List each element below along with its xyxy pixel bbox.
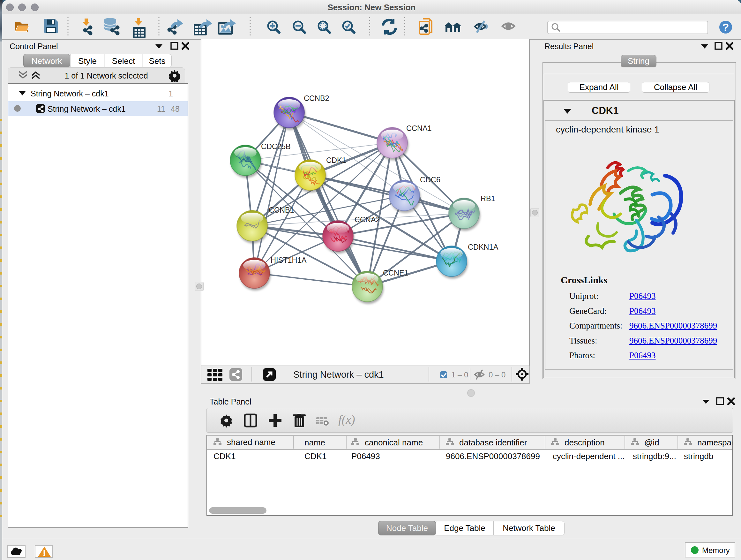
svg-text:HIST1H1A: HIST1H1A [271, 256, 307, 264]
svg-text:String Network – cdk1: String Network – cdk1 [293, 369, 384, 380]
svg-text:CDK1: CDK1 [213, 451, 235, 461]
svg-text:database identifier: database identifier [459, 438, 527, 447]
svg-text:CDC6: CDC6 [420, 176, 441, 184]
svg-text:1 – 0: 1 – 0 [451, 370, 468, 379]
svg-text:namespac: namespac [697, 438, 732, 447]
svg-text:CCNE1: CCNE1 [383, 269, 408, 277]
svg-text:canonical name: canonical name [365, 438, 423, 447]
svg-text:stringdb: stringdb [684, 451, 714, 461]
svg-text:description: description [564, 438, 605, 447]
svg-text:CDK1: CDK1 [326, 156, 346, 165]
svg-text:shared name: shared name [227, 437, 275, 447]
svg-text:CCNA1: CCNA1 [406, 124, 432, 132]
svg-text:CCNA2: CCNA2 [354, 215, 380, 224]
svg-text:CCNB1: CCNB1 [269, 206, 294, 214]
svg-text:f(x): f(x) [338, 413, 355, 427]
svg-text:0 – 0: 0 – 0 [488, 370, 506, 379]
svg-text:P06493: P06493 [351, 451, 380, 461]
svg-text:CCNB2: CCNB2 [304, 94, 329, 103]
svg-text:cyclin-dependent ...: cyclin-dependent ... [553, 451, 624, 461]
svg-text:CDC25B: CDC25B [261, 142, 291, 151]
svg-text:stringdb:9...: stringdb:9... [633, 451, 676, 461]
svg-text:CDKN1A: CDKN1A [468, 243, 498, 251]
svg-text:RB1: RB1 [481, 194, 495, 203]
svg-text:@id: @id [644, 438, 659, 447]
svg-text:9606.ENSP00000378699: 9606.ENSP00000378699 [446, 451, 540, 461]
svg-text:name: name [305, 438, 325, 447]
svg-text:?: ? [723, 21, 729, 33]
svg-text:CDK1: CDK1 [305, 451, 327, 461]
